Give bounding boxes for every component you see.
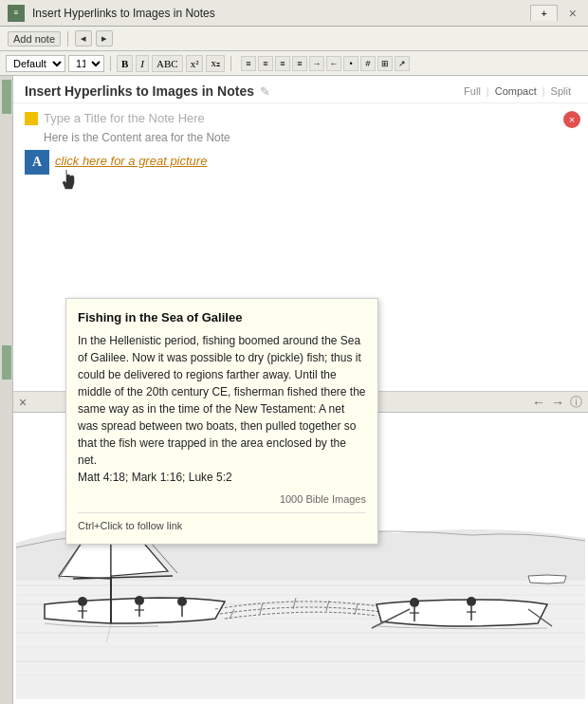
note-header: Insert Hyperlinks to Images in Notes ✎ F… (13, 76, 588, 103)
window-title: Insert Hyperlinks to Images in Notes (32, 7, 519, 20)
align-left-icon[interactable]: ≡ (241, 56, 256, 71)
align-center-icon[interactable]: ≡ (258, 56, 273, 71)
table-icon[interactable]: ⊞ (377, 56, 393, 71)
align-right-icon[interactable]: ≡ (275, 56, 290, 71)
svg-point-21 (177, 597, 187, 606)
svg-point-32 (467, 597, 476, 606)
app-icon-text: ≡ (14, 9, 19, 17)
image-pane-forward-button[interactable]: → (551, 395, 564, 410)
image-pane-back-button[interactable]: ← (532, 395, 545, 410)
toolbar-separator-1 (67, 31, 68, 46)
tooltip-popup: Fishing in the Sea of Galilee In the Hel… (65, 298, 378, 545)
note-title-row: Type a Title for the Note Here (25, 111, 577, 125)
view-split-button[interactable]: Split (545, 85, 577, 97)
bold-button[interactable]: B (117, 55, 133, 72)
tooltip-body: In the Hellenistic period, fishing boome… (78, 332, 366, 486)
image-pane-close-button[interactable]: × (19, 395, 27, 410)
outdent-icon[interactable]: ← (326, 56, 341, 71)
title-placeholder[interactable]: Type a Title for the Note Here (44, 111, 205, 125)
align-justify-icon[interactable]: ≡ (292, 56, 307, 71)
hyperlink-link[interactable]: click here for a great picture (55, 154, 207, 168)
add-note-button[interactable]: Add note (8, 31, 61, 46)
insert-icon[interactable]: ↗ (395, 56, 410, 71)
indent-icon[interactable]: → (309, 56, 324, 71)
abc-button[interactable]: ABC (152, 55, 183, 72)
tooltip-instruction: Ctrl+Click to follow link (78, 512, 366, 534)
title-bullet (25, 112, 38, 125)
subscript-button[interactable]: x₂ (206, 55, 225, 72)
list-icon[interactable]: • (343, 56, 358, 71)
image-pane-nav: ← → ⓘ (532, 394, 582, 411)
note-title-display: Insert Hyperlinks to Images in Notes (25, 83, 254, 99)
font-size-select[interactable]: 11 (68, 55, 104, 72)
forward-button[interactable]: ▸ (96, 30, 113, 46)
title-bar: ≡ Insert Hyperlinks to Images in Notes +… (0, 0, 588, 27)
format-sep-2 (230, 56, 231, 71)
view-compact-button[interactable]: Compact (489, 85, 542, 97)
back-button[interactable]: ◂ (75, 30, 92, 46)
sidebar-thumb-1[interactable] (2, 80, 11, 114)
close-icon: × (569, 114, 575, 125)
svg-point-18 (135, 596, 144, 605)
svg-point-15 (78, 597, 87, 606)
note-body-icon: A (25, 150, 49, 175)
edit-pencil-icon[interactable]: ✎ (260, 84, 270, 99)
view-options: Full | Compact | Split (458, 85, 577, 97)
editor-panel: Insert Hyperlinks to Images in Notes ✎ F… (13, 76, 588, 704)
ordered-list-icon[interactable]: # (360, 56, 376, 71)
alignment-icons: ≡ ≡ ≡ ≡ → ← • # ⊞ ↗ (241, 56, 410, 71)
content-placeholder[interactable]: Here is the Content area for the Note (44, 131, 577, 144)
app-icon: ≡ (8, 5, 25, 22)
window-close-button[interactable]: × (565, 6, 580, 21)
superscript-button[interactable]: x² (186, 55, 204, 72)
svg-point-28 (410, 598, 419, 607)
left-sidebar (0, 76, 13, 704)
toolbar: Add note ◂ ▸ (0, 27, 588, 51)
note-content: × Type a Title for the Note Here Here is… (13, 103, 588, 203)
image-pane-info-button[interactable]: ⓘ (570, 394, 582, 411)
font-family-select[interactable]: Default (6, 55, 65, 72)
format-bar: Default 11 B I ABC x² x₂ ≡ ≡ ≡ ≡ → ← • #… (0, 51, 588, 76)
cursor-hand (59, 170, 207, 195)
content-area: Insert Hyperlinks to Images in Notes ✎ F… (0, 76, 588, 704)
main-window: ≡ Insert Hyperlinks to Images in Notes +… (0, 0, 588, 704)
svg-rect-1 (16, 581, 585, 699)
new-tab-button[interactable]: + (530, 5, 557, 21)
view-full-button[interactable]: Full (458, 85, 487, 97)
format-sep-1 (110, 56, 111, 71)
note-close-button[interactable]: × (563, 111, 580, 128)
sidebar-thumb-2[interactable] (2, 345, 11, 380)
italic-button[interactable]: I (136, 55, 149, 72)
tooltip-source: 1000 Bible Images (78, 491, 366, 508)
tooltip-title: Fishing in the Sea of Galilee (78, 308, 366, 327)
note-body-row: A click here for a great picture (25, 150, 577, 195)
